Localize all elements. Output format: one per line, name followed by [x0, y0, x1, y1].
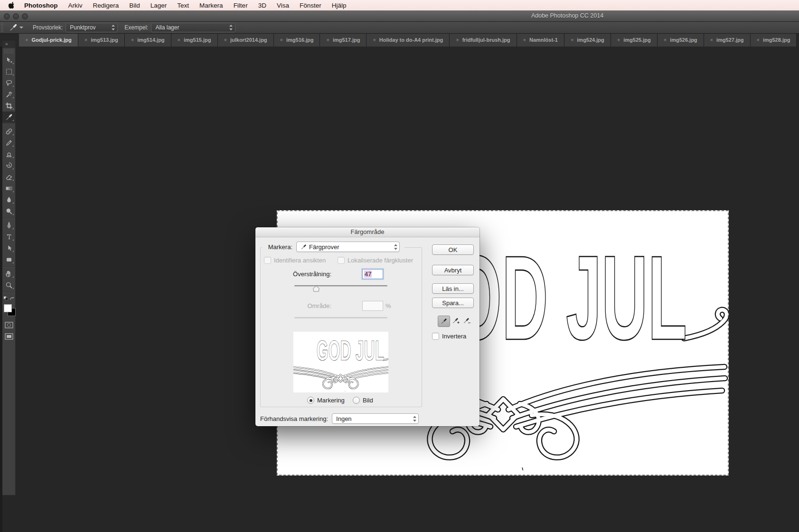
- document-tab[interactable]: × img517.jpg: [320, 33, 367, 47]
- save-button[interactable]: Spara...: [432, 298, 474, 308]
- quick-mask-button[interactable]: [2, 319, 15, 331]
- path-selection-tool[interactable]: [2, 243, 15, 254]
- range-input[interactable]: [362, 301, 383, 311]
- close-tab-icon[interactable]: ×: [710, 37, 713, 43]
- blur-tool[interactable]: [2, 194, 15, 205]
- document-tab[interactable]: × Namnlöst-1: [517, 33, 564, 47]
- default-colors-icon[interactable]: [3, 296, 9, 301]
- document-tab[interactable]: × img513.jpg: [78, 33, 125, 47]
- close-tab-icon[interactable]: ×: [571, 37, 573, 43]
- close-tab-icon[interactable]: ×: [617, 37, 620, 43]
- sample-eyedropper-button[interactable]: [438, 316, 450, 327]
- subtract-sample-eyedropper-button[interactable]: −: [462, 316, 471, 326]
- tab-label: img526.jpg: [670, 37, 697, 43]
- document-tab[interactable]: × Godjul-prick.jpg: [19, 33, 78, 47]
- menu-item[interactable]: Text: [176, 2, 190, 9]
- lasso-tool[interactable]: [2, 77, 15, 89]
- swap-colors-icon[interactable]: [9, 296, 15, 301]
- fuzziness-slider[interactable]: [294, 284, 387, 292]
- close-tab-icon[interactable]: ×: [326, 37, 329, 43]
- menu-item[interactable]: Redigera: [92, 2, 120, 9]
- rectangular-marquee-tool[interactable]: [2, 66, 15, 77]
- close-tab-icon[interactable]: ×: [523, 37, 526, 43]
- quick-selection-tool[interactable]: [2, 89, 15, 100]
- close-tab-icon[interactable]: ×: [85, 37, 87, 43]
- tools-panel-collapse[interactable]: »: [2, 41, 15, 48]
- close-tab-icon[interactable]: ×: [224, 37, 227, 43]
- cancel-button[interactable]: Avbryt: [432, 265, 474, 275]
- document-tab[interactable]: × img527.jpg: [704, 33, 751, 47]
- close-window-button[interactable]: [4, 13, 10, 19]
- close-tab-icon[interactable]: ×: [25, 37, 28, 43]
- close-tab-icon[interactable]: ×: [280, 37, 283, 43]
- document-tab[interactable]: × Holiday to do-A4 print.jpg: [367, 33, 450, 47]
- close-tab-icon[interactable]: ×: [664, 37, 667, 43]
- tools-panel-grip[interactable]: [4, 49, 13, 54]
- menu-item[interactable]: Bild: [128, 2, 141, 9]
- menu-item[interactable]: Lager: [150, 2, 168, 9]
- foreground-color-swatch[interactable]: [4, 304, 12, 312]
- select-dropdown[interactable]: Färgprover: [296, 242, 400, 252]
- close-tab-icon[interactable]: ×: [131, 37, 134, 43]
- preview-selection-radio[interactable]: Markering: [307, 397, 345, 404]
- document-tab[interactable]: × img525.jpg: [611, 33, 658, 47]
- add-sample-eyedropper-button[interactable]: +: [451, 316, 461, 326]
- eraser-tool[interactable]: [2, 171, 15, 183]
- clone-stamp-tool[interactable]: [2, 149, 15, 160]
- crop-tool[interactable]: [2, 100, 15, 112]
- tool-separator: [2, 266, 15, 267]
- document-tab[interactable]: × img524.jpg: [564, 33, 611, 47]
- history-brush-tool[interactable]: [2, 160, 15, 171]
- eyedropper-tool[interactable]: [2, 112, 15, 123]
- menu-item[interactable]: 3D: [257, 2, 267, 9]
- zoom-tool[interactable]: [2, 280, 15, 291]
- range-slider[interactable]: [294, 316, 387, 324]
- slider-thumb[interactable]: [313, 286, 320, 292]
- document-tab[interactable]: × img514.jpg: [125, 33, 171, 47]
- pen-tool[interactable]: [2, 220, 15, 231]
- shape-tool[interactable]: [2, 254, 15, 265]
- move-tool[interactable]: [2, 55, 15, 66]
- detect-faces-checkbox[interactable]: Identifiera ansikten: [264, 257, 326, 264]
- menu-item[interactable]: Photoshop: [23, 2, 59, 9]
- close-tab-icon[interactable]: ×: [757, 37, 760, 43]
- hand-tool[interactable]: [2, 268, 15, 280]
- apple-menu[interactable]: [9, 2, 15, 9]
- document-tab[interactable]: × julkort2014.jpg: [218, 33, 274, 47]
- brush-tool[interactable]: [2, 137, 15, 149]
- selection-preview-dropdown[interactable]: Ingen: [332, 413, 419, 424]
- type-tool[interactable]: [2, 231, 15, 243]
- selection-preview-label: Förhandsvisa markering:: [260, 415, 328, 422]
- document-tab[interactable]: × img526.jpg: [658, 33, 704, 47]
- close-tab-icon[interactable]: ×: [456, 37, 459, 43]
- menu-item[interactable]: Hjälp: [331, 2, 348, 9]
- zoom-window-button[interactable]: [22, 13, 28, 19]
- sample-layers-dropdown[interactable]: Alla lager: [151, 23, 235, 32]
- localized-clusters-checkbox[interactable]: Lokaliserade färgkluster: [338, 257, 413, 264]
- load-button[interactable]: Läs in...: [432, 283, 474, 294]
- sample-size-dropdown[interactable]: Punktprov: [66, 23, 118, 32]
- options-bar-grip[interactable]: [1, 23, 3, 32]
- menu-item[interactable]: Visa: [276, 2, 290, 9]
- dialog-title[interactable]: Färgområde: [255, 227, 479, 237]
- menu-item[interactable]: Fönster: [299, 2, 322, 9]
- document-tab[interactable]: × img516.jpg: [274, 33, 320, 47]
- menu-item[interactable]: Markera: [198, 2, 224, 9]
- menu-item[interactable]: Filter: [233, 2, 249, 9]
- preview-image-radio[interactable]: Bild: [353, 397, 373, 404]
- menu-item[interactable]: Arkiv: [67, 2, 84, 9]
- close-tab-icon[interactable]: ×: [373, 37, 376, 43]
- dodge-tool[interactable]: [2, 205, 15, 217]
- ok-button[interactable]: OK: [432, 244, 474, 255]
- document-tab[interactable]: × img528.jpg: [751, 33, 797, 47]
- invert-checkbox[interactable]: Invertera: [432, 333, 466, 340]
- document-tab[interactable]: × fridfulljul-brush.jpg: [450, 33, 517, 47]
- current-tool-preset[interactable]: [9, 23, 23, 32]
- fuzziness-input[interactable]: 47: [362, 269, 383, 279]
- screen-mode-button[interactable]: [2, 331, 15, 342]
- minimize-window-button[interactable]: [13, 13, 19, 19]
- gradient-tool[interactable]: [2, 183, 15, 194]
- spot-healing-tool[interactable]: [2, 126, 15, 137]
- close-tab-icon[interactable]: ×: [178, 37, 180, 43]
- document-tab[interactable]: × img515.jpg: [171, 33, 218, 47]
